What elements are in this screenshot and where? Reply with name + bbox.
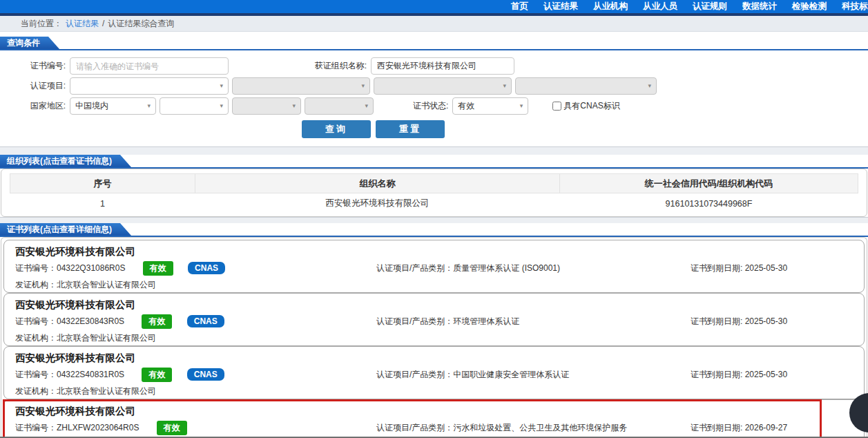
region-select[interactable]: 中国境内 ▾: [70, 97, 156, 115]
query-form: 证书编号: 获证组织名称: 认证项目: ▾ ▾ ▾ ▾ 国家地区: 中国境内 ▾…: [0, 50, 868, 146]
cnas-checkbox-group: 具有CNAS标识: [552, 100, 619, 112]
org-table-header-row: 序号 组织名称 统一社会信用代码/组织机构代码: [10, 174, 858, 193]
expiry-line: 证书到期日期: 2025-05-30: [691, 369, 853, 381]
project-label: 认证项目/产品类别：: [376, 423, 453, 432]
issuer-line: 发证机构：北京联合智业认证有限公司: [15, 332, 853, 344]
expiry-label: 证书到期日期:: [691, 423, 745, 432]
nav-item-cert-results[interactable]: 认证结果: [543, 1, 578, 12]
breadcrumb-link-cert-results[interactable]: 认证结果: [66, 18, 99, 30]
project-value: 污水和垃圾处置、公共卫生及其他环境保护服务: [453, 423, 627, 432]
cell-org-name: 西安银光环境科技有限公司: [195, 193, 560, 214]
issuer-label: 发证机构：: [15, 333, 57, 343]
region-label: 国家地区:: [0, 100, 66, 112]
expiry-value: 2025-05-30: [745, 316, 787, 326]
cert-card-3[interactable]: 西安银光环境科技有限公司 证书编号：04322S40831R0S 有效 CNAS…: [3, 346, 865, 399]
cnas-badge: CNAS: [188, 262, 225, 274]
cert-org-title: 西安银光环境科技有限公司: [15, 298, 853, 311]
cert-no-input[interactable]: [70, 57, 229, 75]
expiry-label: 证书到期日期:: [691, 316, 745, 326]
project-select[interactable]: ▾: [70, 77, 229, 95]
cert-no-label: 证书编号：: [15, 423, 57, 432]
org-list-tab: 组织列表(点击查看证书信息): [0, 155, 131, 167]
cert-org-title: 西安银光环境科技有限公司: [15, 245, 853, 258]
cnas-checkbox-label: 具有CNAS标识: [563, 100, 619, 112]
chevron-down-icon: ▾: [361, 83, 365, 89]
section-divider: [0, 146, 868, 155]
expiry-line: 证书到期日期: 2025-05-30: [691, 263, 853, 274]
chevron-down-icon: ▾: [503, 83, 506, 89]
cert-no-value: 04322S40831R0S: [57, 370, 124, 379]
project-sub-select-2: ▾: [374, 77, 512, 95]
project-value: 中国职业健康安全管理体系认证: [453, 370, 569, 379]
cert-no-label: 证书编号:: [0, 60, 66, 72]
project-value: 质量管理体系认证 (ISO9001): [453, 263, 560, 273]
col-header-credit-code: 统一社会信用代码/组织机构代码: [560, 174, 858, 193]
query-tab: 查询条件: [0, 37, 59, 49]
section-divider: [0, 217, 868, 223]
project-label: 认证项目:: [0, 80, 66, 92]
cnas-badge: CNAS: [187, 315, 224, 327]
project-line: 认证项目/产品类别：污水和垃圾处置、公共卫生及其他环境保护服务: [376, 422, 691, 434]
cert-no-line: 证书编号：ZHLXFW2023064R0S 有效: [15, 421, 376, 435]
nav-item-inspection[interactable]: 检验检测: [792, 1, 827, 12]
issuer-line: 发证机构：北京联合智业认证有限公司: [15, 279, 853, 291]
project-sub-select-3: ▾: [515, 77, 657, 95]
cert-no-label: 证书编号：: [15, 263, 57, 273]
cnas-badge: CNAS: [187, 368, 224, 381]
nav-item-home[interactable]: 首页: [511, 1, 528, 12]
cert-no-value: 04322Q31086R0S: [57, 263, 125, 273]
project-line: 认证项目/产品类别：质量管理体系认证 (ISO9001): [376, 263, 691, 274]
nav-item-personnel[interactable]: 从业人员: [643, 1, 677, 12]
cert-no-label: 证书编号：: [15, 316, 57, 326]
cert-no-value: 04322E30843R0S: [57, 316, 124, 326]
cert-card-2[interactable]: 西安银光环境科技有限公司 证书编号：04322E30843R0S 有效 CNAS…: [3, 293, 865, 346]
nav-item-cert-rules[interactable]: 认证规则: [693, 1, 727, 12]
org-name-input[interactable]: [371, 57, 514, 75]
cert-no-label: 证书编号：: [15, 370, 57, 379]
cert-no-line: 证书编号：04322Q31086R0S 有效 CNAS: [15, 261, 376, 276]
top-nav: 首页 认证结果 从业机构 从业人员 认证规则 数据统计 检验检测 科技标准: [0, 0, 868, 13]
chevron-down-icon: ▾: [147, 103, 151, 109]
status-badge: 有效: [142, 368, 172, 382]
cert-list-tab: 证书列表(点击查看详细信息): [0, 223, 131, 236]
status-label: 证书状态:: [413, 100, 448, 112]
chevron-down-icon: ▾: [292, 103, 296, 109]
status-select-value: 有效: [458, 100, 474, 112]
form-buttons: 查询 重置: [302, 120, 868, 138]
status-select[interactable]: 有效 ▾: [452, 97, 528, 115]
breadcrumb-separator: /: [102, 19, 104, 28]
chevron-down-icon: ▾: [520, 103, 523, 109]
district-select: ▾: [305, 97, 374, 115]
breadcrumb-label: 当前位置：: [21, 18, 62, 30]
cnas-checkbox[interactable]: [552, 102, 561, 111]
nav-item-agencies[interactable]: 从业机构: [593, 1, 628, 12]
cert-org-title: 西安银光环境科技有限公司: [15, 405, 853, 417]
cell-credit-code: 91610131073449968F: [560, 193, 858, 214]
status-badge: 有效: [157, 421, 187, 435]
search-button[interactable]: 查询: [302, 120, 371, 138]
query-section-header: 查询条件: [0, 37, 868, 50]
table-row[interactable]: 1 西安银光环境科技有限公司 91610131073449968F: [10, 193, 858, 214]
issuer-line: 发证机构：北京联合智业认证有限公司: [15, 385, 853, 397]
issuer-value: 北京联合智业认证有限公司: [57, 333, 156, 343]
cell-index: 1: [10, 193, 195, 214]
reset-button[interactable]: 重置: [376, 120, 445, 138]
project-label: 认证项目/产品类别：: [376, 316, 453, 326]
province-select[interactable]: ▾: [160, 97, 229, 115]
cert-no-line: 证书编号：04322S40831R0S 有效 CNAS: [15, 368, 376, 382]
cert-card-4[interactable]: 西安银光环境科技有限公司 证书编号：ZHLXFW2023064R0S 有效 认证…: [3, 399, 865, 438]
org-list-section-header: 组织列表(点击查看证书信息): [0, 155, 868, 169]
chevron-down-icon: ▾: [220, 83, 223, 89]
expiry-value: 2026-09-27: [745, 423, 787, 432]
project-label: 认证项目/产品类别：: [376, 370, 453, 379]
chevron-down-icon: ▾: [365, 103, 368, 109]
nav-item-tech-standard[interactable]: 科技标准: [842, 1, 868, 12]
status-badge: 有效: [142, 314, 172, 329]
nav-item-statistics[interactable]: 数据统计: [742, 1, 777, 12]
org-name-label: 获证组织名称:: [229, 60, 367, 72]
chevron-down-icon: ▾: [220, 103, 223, 109]
issuer-label: 发证机构：: [15, 280, 57, 289]
status-badge: 有效: [143, 261, 173, 276]
cert-card-1[interactable]: 西安银光环境科技有限公司 证书编号：04322Q31086R0S 有效 CNAS…: [3, 240, 865, 293]
col-header-org-name: 组织名称: [195, 174, 560, 193]
